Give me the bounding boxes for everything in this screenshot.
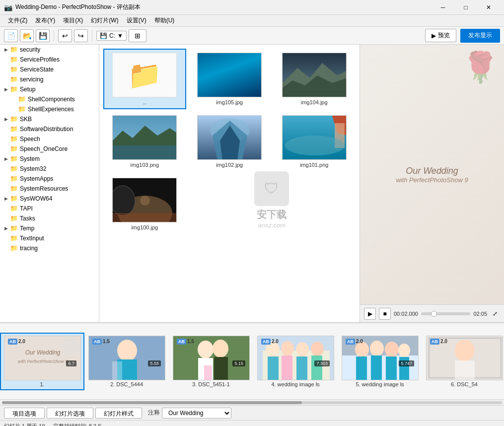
tree-item-system32[interactable]: 📁 System32: [0, 164, 99, 174]
folder-icon: 📁: [10, 244, 18, 252]
tree-item-tapi[interactable]: 📁 TAPI: [0, 204, 99, 213]
slide-style-button[interactable]: 幻灯片样式: [95, 408, 142, 419]
filmstrip: AB 2.0 Our Wedding with PerfectPhotoShow…: [0, 322, 504, 399]
tree-item-label: SysWOW64: [20, 195, 52, 202]
tree-item-tracing[interactable]: 📁 tracing: [0, 243, 99, 253]
note-select[interactable]: Our Wedding Custom: [162, 408, 231, 419]
ab-badge: AB: [8, 339, 17, 345]
folder-icon: 📁: [10, 85, 18, 93]
svg-rect-49: [356, 356, 367, 380]
tree-item-skb[interactable]: ▶ 📁 SKB: [0, 114, 99, 124]
fullscreen-button[interactable]: ⤢: [490, 309, 500, 319]
drive-select[interactable]: 💾 C: ▼: [96, 31, 127, 41]
filmstrip-label-2: 2. DSC_5444: [88, 381, 165, 387]
tree-item-security[interactable]: ▶ 📁 security: [0, 45, 99, 55]
tree-item-setup[interactable]: ▶ 📁 Setup: [0, 84, 99, 94]
menu-slideshow[interactable]: 幻灯片(W): [87, 15, 122, 26]
menu-publish[interactable]: 发布(Y): [31, 15, 59, 26]
project-options-button[interactable]: 项目选项: [4, 408, 45, 419]
tree-item-label: ShellComponents: [28, 96, 75, 103]
tree-item-label: Setup: [20, 86, 35, 93]
file-item-img105[interactable]: img105.jpg: [188, 49, 271, 109]
minimize-button[interactable]: ─: [432, 2, 454, 12]
file-item-img104[interactable]: img104.jpg: [273, 49, 356, 109]
file-name: ..: [143, 99, 146, 105]
filmstrip-scrollbar[interactable]: [0, 399, 504, 405]
stop-button[interactable]: ■: [379, 308, 391, 320]
menu-settings[interactable]: 设置(V): [123, 15, 150, 26]
filmstrip-item-2[interactable]: AB 1.5 5.55 2. DSC_5444: [84, 333, 169, 390]
status-bar: 幻灯片 1 属于 19 完整持续时间: 8.2 S: [0, 420, 504, 426]
tree-item-softwaredistribution[interactable]: 📁 SoftwareDistribution: [0, 124, 99, 134]
scroll-thumb[interactable]: [2, 401, 302, 404]
svg-rect-50: [371, 355, 382, 380]
tree-item-servicing[interactable]: 📁 servicing: [0, 74, 99, 84]
slide-options-button[interactable]: 幻灯片选项: [47, 408, 93, 419]
tree-item-shellcomponents[interactable]: 📁 ShellComponents: [0, 94, 99, 104]
expand-icon: [2, 205, 10, 213]
svg-rect-32: [204, 365, 212, 380]
scroll-track[interactable]: [2, 401, 502, 404]
new-button[interactable]: 📄: [4, 29, 18, 42]
folder-icon: 📁: [10, 115, 18, 123]
tree-item-systemapps[interactable]: 📁 SystemApps: [0, 174, 99, 184]
tree-item-temp[interactable]: ▶ 📁 Temp: [0, 223, 99, 233]
duration-info: 完整持续时间: 8.2 S: [53, 423, 102, 426]
filmstrip-label-5: 5. wedding image ls: [342, 381, 418, 387]
view-toggle[interactable]: ⊞: [129, 29, 146, 42]
tree-item-speech[interactable]: 📁 Speech: [0, 134, 99, 144]
tree-item-syswow64[interactable]: ▶ 📁 SysWOW64: [0, 194, 99, 204]
folder-icon: 📁: [10, 155, 18, 163]
file-item-img102[interactable]: img102.jpg: [188, 111, 271, 172]
close-button[interactable]: ✕: [477, 2, 500, 12]
duration-badge-1: 6.7: [66, 360, 76, 366]
menu-help[interactable]: 帮助(U): [150, 15, 179, 26]
preview-subtitle: with PerfectPhotoShow 9: [396, 176, 468, 184]
progress-bar[interactable]: [421, 312, 471, 315]
tree-item-label: TextInput: [20, 235, 44, 242]
undo-button[interactable]: ↩: [58, 29, 72, 42]
file-item-img100[interactable]: img100.jpg: [103, 174, 186, 234]
play-button[interactable]: ▶: [364, 308, 376, 320]
filmstrip-badge-4: AB 2.0: [261, 339, 279, 345]
file-item-img103[interactable]: img103.png: [103, 111, 186, 172]
filmstrip-badge-2: AB 1.5: [92, 339, 110, 345]
ab-badge: AB: [430, 339, 439, 345]
title-text: Wedding-Demo - PerfectPhotoShow - 评估副本: [15, 3, 432, 11]
tree-item-serviceprofiles[interactable]: 📁 ServiceProfiles: [0, 55, 99, 65]
file-item-parent[interactable]: 📁 ..: [103, 49, 186, 109]
filmstrip-label-3: 3. DSC_5451-1: [173, 381, 249, 387]
tree-item-tasks[interactable]: 📁 Tasks: [0, 213, 99, 223]
publish-button[interactable]: 发布显示: [460, 29, 500, 43]
tree-item-label: ServiceState: [20, 66, 54, 73]
file-item-img101[interactable]: img101.png: [273, 111, 356, 172]
filmstrip-item-5[interactable]: AB 2.0 5.747 5. wedding imag: [338, 333, 422, 390]
menu-file[interactable]: 文件(Z): [4, 15, 31, 26]
expand-icon: [2, 244, 10, 252]
maximize-button[interactable]: □: [454, 2, 477, 12]
tree-item-system[interactable]: ▶ 📁 System: [0, 154, 99, 164]
svg-point-13: [285, 136, 345, 155]
open-button[interactable]: 📂▼: [20, 29, 34, 42]
tree-item-textinput[interactable]: 📁 TextInput: [0, 233, 99, 243]
filmstrip-badge-5: AB 2.0: [346, 339, 363, 345]
save-button[interactable]: 💾: [36, 29, 50, 42]
redo-button[interactable]: ↪: [74, 29, 88, 42]
menu-project[interactable]: 项目(X): [59, 15, 87, 26]
file-name: img104.jpg: [301, 99, 328, 105]
tree-item-speech-onecore[interactable]: 📁 Speech_OneCore: [0, 144, 99, 154]
svg-text:Our Wedding: Our Wedding: [25, 349, 61, 356]
tree-item-servicestate[interactable]: 📁 ServiceState: [0, 65, 99, 74]
filmstrip-item-6[interactable]: AB 2.0 6. DSC_54: [422, 333, 504, 390]
svg-rect-56: [455, 360, 475, 380]
tree-item-shellexperiences[interactable]: 📁 ShellExperiences: [0, 104, 99, 114]
progress-thumb[interactable]: [431, 311, 437, 317]
filmstrip-item-1[interactable]: AB 2.0 Our Wedding with PerfectPhotoShow…: [0, 333, 84, 390]
drive-dropdown-icon: ▼: [117, 32, 123, 39]
svg-point-47: [385, 342, 399, 357]
tree-item-systemresources[interactable]: 📁 SystemResources: [0, 184, 99, 194]
filmstrip-item-3[interactable]: AB 1.5 5.15 3. DSC_5451-1: [169, 333, 253, 390]
expand-icon: [2, 165, 10, 173]
preview-button[interactable]: ▶ 预览: [425, 29, 456, 42]
filmstrip-item-4[interactable]: AB 2.0 7.303 4. wedding imag: [253, 333, 338, 390]
